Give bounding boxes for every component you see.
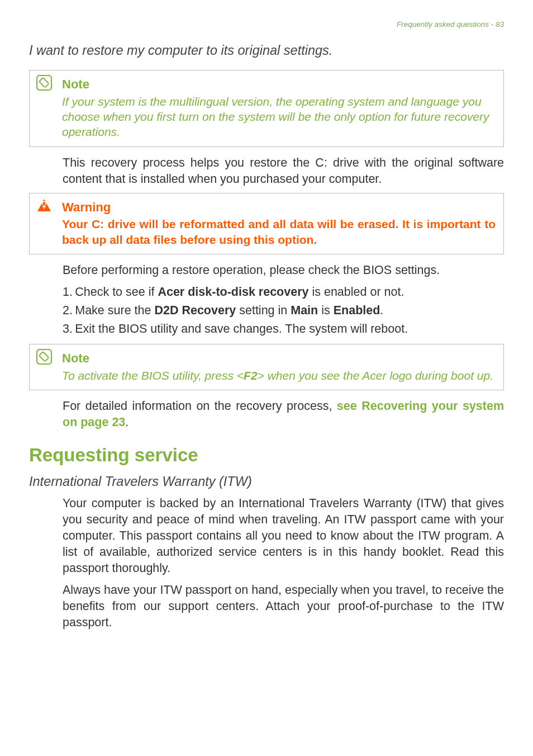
section-heading-requesting-service: Requesting service: [29, 443, 504, 468]
note-key: F2: [244, 369, 258, 382]
list-text-bold: Acer disk-to-disk recovery: [158, 285, 308, 299]
list-text-bold: Main: [291, 304, 318, 317]
note-title: Note: [62, 76, 496, 93]
numbered-list: 1. Check to see if Acer disk-to-disk rec…: [63, 284, 504, 337]
list-text: 1. Check to see if: [63, 285, 158, 299]
note-text-span: To activate the BIOS utility, press <: [62, 369, 244, 382]
note-text: To activate the BIOS utility, press <F2>…: [62, 368, 496, 383]
list-text: is: [318, 304, 333, 317]
body-text-itw1: Your computer is backed by an Internatio…: [63, 495, 504, 577]
body-text-bios: Before performing a restore operation, p…: [63, 262, 504, 278]
sub-heading-itw: International Travelers Warranty (ITW): [29, 473, 504, 491]
list-item: 2. Make sure the D2D Recovery setting in…: [63, 303, 504, 319]
body-text-detail: For detailed information on the recovery…: [63, 398, 504, 431]
warning-icon: [36, 198, 52, 214]
svg-rect-0: [37, 75, 51, 90]
warning-title: Warning: [62, 199, 496, 216]
list-text-bold: D2D Recovery: [154, 304, 236, 317]
body-text-itw2: Always have your ITW passport on hand, e…: [63, 582, 504, 631]
body-span: For detailed information on the recovery…: [63, 399, 337, 413]
note-text: If your system is the multilingual versi…: [62, 94, 496, 140]
warning-text: Your C: drive will be reformatted and al…: [62, 216, 496, 247]
list-text: setting in: [236, 304, 291, 317]
note-icon: [36, 75, 52, 91]
svg-line-1: [45, 84, 49, 87]
svg-rect-2: [37, 349, 51, 364]
note-text-span: > when you see the Acer logo during boot…: [258, 369, 493, 382]
list-text: is enabled or not.: [308, 285, 404, 299]
note-callout-bios: Note To activate the BIOS utility, press…: [29, 344, 504, 390]
list-item: 1. Check to see if Acer disk-to-disk rec…: [63, 284, 504, 300]
note-title: Note: [62, 350, 496, 367]
body-text-recovery: This recovery process helps you restore …: [63, 155, 504, 187]
list-item: 3. Exit the BIOS utility and save change…: [63, 321, 504, 337]
list-text-bold: Enabled: [334, 304, 380, 317]
list-text: 3. Exit the BIOS utility and save change…: [63, 322, 408, 336]
note-icon: [36, 349, 52, 365]
warning-callout-reformat: Warning Your C: drive will be reformatte…: [29, 193, 504, 254]
page-header-running: Frequently asked questions - 83: [29, 20, 504, 30]
note-callout-multilingual: Note If your system is the multilingual …: [29, 70, 504, 147]
list-text: 2. Make sure the: [63, 304, 154, 317]
body-span: .: [125, 415, 129, 429]
list-text: .: [380, 304, 383, 317]
question-heading-restore: I want to restore my computer to its ori…: [29, 42, 504, 60]
svg-line-3: [45, 358, 49, 361]
